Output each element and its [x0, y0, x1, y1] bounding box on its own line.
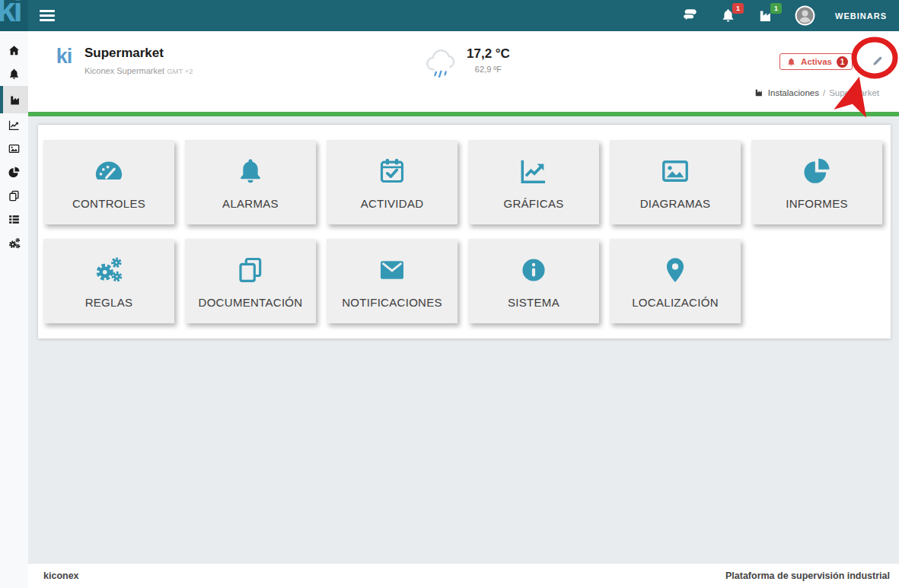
active-alarms-count-badge: 1: [837, 56, 848, 68]
tile-informes[interactable]: INFORMES: [751, 140, 882, 224]
bell-icon: [8, 68, 21, 81]
chart-line-icon: [8, 119, 21, 132]
home-icon: [8, 44, 21, 57]
industry-icon: [9, 94, 22, 106]
gauge-icon: [93, 154, 125, 188]
tile-documentacion[interactable]: DOCUMENTACIÓN: [185, 239, 316, 323]
cogs-icon: [8, 237, 21, 250]
tile-sistema[interactable]: SISTEMA: [468, 239, 599, 323]
installations-badge: 1: [770, 3, 782, 14]
sidebar-item-graphs[interactable]: [0, 113, 28, 137]
tile-label: ACTIVIDAD: [361, 197, 424, 210]
envelope-icon: [377, 253, 407, 287]
map-marker-icon: [661, 253, 690, 287]
list-icon: [8, 213, 21, 226]
tile-localizacion[interactable]: LOCALIZACIÓN: [610, 239, 741, 323]
username-label[interactable]: WEBINARS: [835, 11, 887, 21]
copy-icon: [235, 253, 266, 287]
chart-pie-icon: [8, 166, 21, 179]
breadcrumb-installations-link[interactable]: Instalaciones: [768, 88, 819, 97]
tile-alarmas[interactable]: ALARMAS: [185, 140, 316, 224]
kiconex-logo: ki: [51, 46, 77, 72]
tile-label: DOCUMENTACIÓN: [199, 296, 303, 309]
calendar-check-icon: [377, 154, 407, 188]
sidebar-item-documentation[interactable]: [0, 184, 28, 208]
tile-reglas[interactable]: REGLAS: [43, 239, 174, 323]
tile-graficas[interactable]: GRÁFICAS: [468, 140, 599, 224]
temperature-celsius: 17,2 °C: [467, 46, 510, 62]
tile-diagramas[interactable]: DIAGRAMAS: [610, 140, 741, 224]
temperature-fahrenheit: 62,9 ºF: [467, 65, 510, 74]
sidebar-item-diagrams[interactable]: [0, 137, 28, 161]
sidebar-item-installations[interactable]: [0, 86, 28, 113]
breadcrumb-current: Supermarket: [829, 88, 879, 97]
footer: kiconex Plataforma de supervisión indust…: [28, 563, 899, 588]
tile-label: NOTIFICACIONES: [342, 296, 442, 309]
installation-header: ki Supermarket Kiconex Supermarket GMT +…: [28, 31, 899, 112]
tile-label: ALARMAS: [222, 197, 279, 210]
brand-logo-text: ki: [0, 0, 21, 30]
image-icon: [659, 154, 691, 188]
weather-widget: 17,2 °C 62,9 ºF: [423, 46, 510, 83]
active-alarms-button[interactable]: Activas 1: [779, 53, 853, 70]
bell-icon: [235, 154, 266, 188]
sidebar-item-alarms[interactable]: [0, 62, 28, 86]
tile-label: DIAGRAMAS: [640, 197, 711, 210]
subtitle-text: Kiconex Supermarket: [84, 66, 164, 75]
page-subtitle: Kiconex Supermarket GMT +2: [84, 66, 193, 75]
info-circle-icon: [519, 253, 548, 287]
alarm-badge: 1: [732, 3, 744, 14]
tile-notificaciones[interactable]: NOTIFICACIONES: [327, 239, 457, 323]
footer-tagline: Plataforma de supervisión industrial: [725, 571, 890, 581]
tile-actividad[interactable]: ACTIVIDAD: [327, 140, 457, 224]
main-content: CONTROLES ALARMAS ACTIVIDAD: [28, 116, 899, 563]
navbar-actions: 1 1 WEBINARS: [681, 5, 899, 26]
modules-card: CONTROLES ALARMAS ACTIVIDAD: [38, 124, 891, 338]
installations-icon[interactable]: 1: [757, 7, 775, 25]
timezone-label: GMT +2: [167, 67, 193, 75]
tile-label: REGLAS: [85, 296, 133, 309]
chart-pie-icon: [802, 154, 832, 188]
tile-label: CONTROLES: [72, 197, 145, 210]
footer-brand: kiconex: [43, 571, 79, 581]
kiconex-logo-text: ki: [56, 46, 72, 68]
tile-controles[interactable]: CONTROLES: [43, 140, 174, 224]
page-title: Supermarket: [84, 46, 193, 61]
sidebar-item-lists[interactable]: [0, 208, 28, 231]
green-divider: [28, 112, 899, 116]
cogs-icon: [93, 253, 125, 287]
top-navbar: ki 1 1 WEBINARS: [0, 0, 899, 31]
breadcrumb: Instalaciones / Supermarket: [754, 87, 879, 97]
tile-label: INFORMES: [786, 197, 848, 210]
sidebar-item-reports[interactable]: [0, 161, 28, 184]
sidebar-item-home[interactable]: [0, 39, 28, 62]
rain-cloud-icon: [423, 46, 459, 83]
image-icon: [8, 142, 21, 155]
tile-label: LOCALIZACIÓN: [632, 296, 719, 309]
pencil-icon: [871, 59, 885, 70]
copy-icon: [8, 189, 21, 202]
messages-icon[interactable]: [681, 7, 699, 25]
chart-line-icon: [518, 154, 550, 188]
breadcrumb-separator: /: [823, 88, 825, 97]
tile-label: GRÁFICAS: [503, 197, 563, 210]
alarm-bell-icon[interactable]: 1: [719, 7, 737, 25]
industry-icon: [754, 87, 764, 97]
tile-label: SISTEMA: [508, 296, 559, 309]
menu-icon[interactable]: [40, 10, 55, 21]
user-avatar[interactable]: [795, 5, 815, 26]
brand-logo[interactable]: ki: [0, 0, 28, 31]
left-sidebar: [0, 31, 28, 588]
active-alarms-label: Activas: [801, 57, 832, 66]
alarm-bell-icon: [786, 57, 796, 67]
edit-button[interactable]: [868, 50, 888, 73]
sidebar-item-settings[interactable]: [0, 231, 28, 255]
